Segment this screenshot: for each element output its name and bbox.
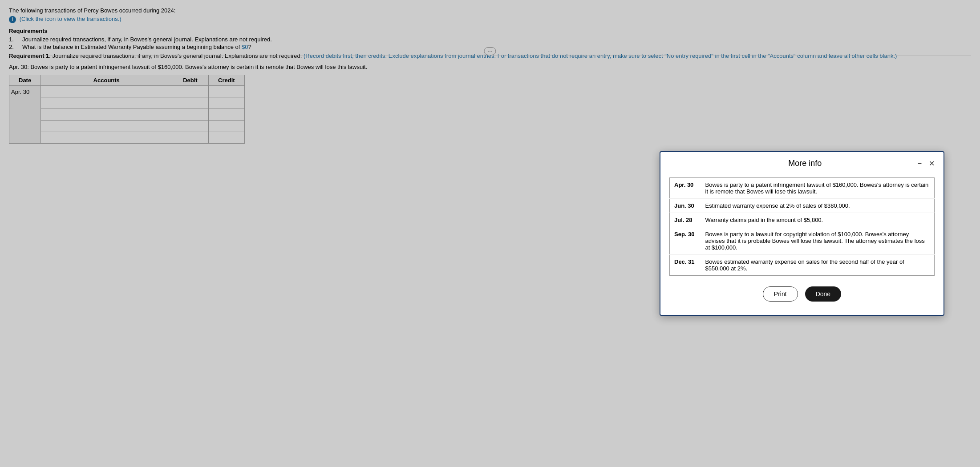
modal-overlay: More info − ✕ Apr. 30 Bowes is party to …: [0, 0, 980, 151]
